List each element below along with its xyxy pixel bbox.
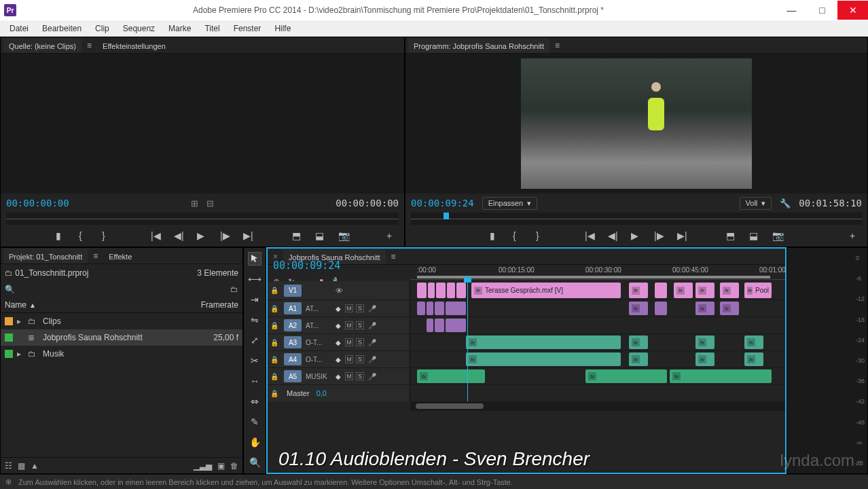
extract-icon[interactable]: ⬓ xyxy=(749,230,760,241)
close-button[interactable]: ✕ xyxy=(837,1,868,20)
go-to-out-icon[interactable]: ▶| xyxy=(243,230,254,241)
insert-clip-icon[interactable]: ⬒ xyxy=(292,230,303,241)
tab-program[interactable]: Programm: Jobprofis Sauna Rohschnitt xyxy=(408,38,549,53)
mute-button[interactable]: M xyxy=(345,304,353,312)
keyframe-icon[interactable]: ◆ xyxy=(336,322,341,329)
clip[interactable] xyxy=(436,283,446,298)
panel-menu-icon[interactable]: ≡ xyxy=(84,41,94,50)
step-back-icon[interactable]: ◀| xyxy=(608,230,619,241)
lock-icon[interactable]: 🔒 xyxy=(270,305,280,312)
source-monitor-viewport[interactable] xyxy=(1,54,404,194)
mute-button[interactable]: M xyxy=(345,338,353,346)
play-icon[interactable]: ▶ xyxy=(631,230,642,241)
go-to-in-icon[interactable]: |◀ xyxy=(585,230,596,241)
track-select-tool-icon[interactable]: ⟷ xyxy=(248,272,261,286)
clip[interactable]: fx xyxy=(629,302,648,315)
clip[interactable]: fx xyxy=(744,352,763,366)
track-label[interactable]: V1 xyxy=(284,285,302,297)
lock-icon[interactable]: 🔒 xyxy=(270,390,280,397)
project-row-musik[interactable]: ▸ 🗀 Musik xyxy=(1,346,242,362)
clip[interactable]: fx xyxy=(417,369,485,383)
add-button-icon[interactable]: + xyxy=(386,230,397,241)
timeline-zoom-scrollbar[interactable] xyxy=(410,401,785,411)
menu-fenster[interactable]: Fenster xyxy=(227,22,268,35)
lock-icon[interactable]: 🔒 xyxy=(270,356,280,363)
clip[interactable] xyxy=(428,283,435,298)
rate-stretch-tool-icon[interactable]: ⤢ xyxy=(248,333,261,347)
rolling-edit-tool-icon[interactable]: ⇋ xyxy=(248,313,261,327)
menu-clip[interactable]: Clip xyxy=(88,22,116,35)
freeform-view-icon[interactable]: ▲ xyxy=(31,461,39,471)
trash-icon[interactable]: 🗑 xyxy=(230,461,238,471)
solo-button[interactable]: S xyxy=(356,372,364,380)
export-frame-icon[interactable]: 📷 xyxy=(338,230,349,241)
fit-dropdown[interactable]: Einpassen▾ xyxy=(482,197,537,210)
zoom-tool-icon[interactable]: 🔍 xyxy=(248,456,261,469)
track-header-a2[interactable]: 🔒 A2 AT... ◆ MS 🎤 xyxy=(268,317,410,333)
keyframe-icon[interactable]: ◆ xyxy=(336,339,341,346)
mic-icon[interactable]: 🎤 xyxy=(368,305,376,312)
program-tc-current[interactable]: 00:00:09:24 xyxy=(411,198,474,209)
tab-source[interactable]: Quelle: (keine Clips) xyxy=(3,38,82,53)
icon-view-icon[interactable]: ▦ xyxy=(18,461,25,471)
clip[interactable] xyxy=(655,302,667,315)
mark-in-icon[interactable]: ▮ xyxy=(56,230,67,241)
panel-menu-icon[interactable]: ≡ xyxy=(90,251,101,261)
menu-marke[interactable]: Marke xyxy=(162,22,198,35)
mark-in-bracket-icon[interactable]: { xyxy=(79,230,90,241)
clip[interactable] xyxy=(435,302,444,315)
tab-effects[interactable]: Effekte xyxy=(103,249,137,264)
program-mini-timeline[interactable] xyxy=(411,213,862,225)
lock-icon[interactable]: 🔒 xyxy=(270,339,280,346)
project-row-clips[interactable]: ▸ 🗀 Clips xyxy=(1,313,242,329)
mark-in-bracket-icon[interactable]: { xyxy=(513,230,524,241)
timeline-tracks[interactable]: 🔒 V1 👁 fxTerasse Gespräch.mxf [V] fx xyxy=(268,281,785,401)
panel-menu-icon[interactable]: ≡ xyxy=(552,41,562,50)
selection-tool-icon[interactable] xyxy=(248,252,261,266)
scrollbar-thumb[interactable] xyxy=(416,403,484,409)
pen-tool-icon[interactable]: ✎ xyxy=(248,415,261,429)
clip[interactable]: fx xyxy=(720,302,739,315)
lift-icon[interactable]: ⬒ xyxy=(726,230,737,241)
clip[interactable] xyxy=(427,302,433,315)
clip[interactable] xyxy=(447,283,455,298)
mark-out-bracket-icon[interactable]: } xyxy=(102,230,113,241)
razor-tool-icon[interactable]: ✂ xyxy=(248,354,261,367)
zoom-slider-icon[interactable]: ▁▃▅ xyxy=(194,461,212,471)
master-volume[interactable]: 0,0 xyxy=(317,389,327,397)
menu-datei[interactable]: Datei xyxy=(3,22,35,35)
go-to-out-icon[interactable]: ▶| xyxy=(677,230,688,241)
source-tc-in[interactable]: 00:00:00:00 xyxy=(6,198,69,209)
step-back-icon[interactable]: ◀| xyxy=(174,230,185,241)
clip[interactable] xyxy=(446,302,466,315)
clip[interactable]: fx xyxy=(695,302,715,315)
clip[interactable]: fx xyxy=(466,352,621,366)
solo-button[interactable]: S xyxy=(356,338,364,346)
menu-titel[interactable]: Titel xyxy=(198,22,226,35)
lock-icon[interactable]: 🔒 xyxy=(270,287,280,294)
clip[interactable] xyxy=(446,319,466,332)
track-header-a4[interactable]: 🔒 A4 O-T... ◆ MS 🎤 xyxy=(268,351,410,367)
track-label[interactable]: A1 xyxy=(284,302,302,314)
clip[interactable]: fx xyxy=(466,336,621,349)
clip[interactable]: fx xyxy=(674,283,693,298)
hand-tool-icon[interactable]: ✋ xyxy=(248,435,261,449)
clip[interactable] xyxy=(456,283,466,298)
toggle-output-icon[interactable]: 👁 xyxy=(336,287,343,295)
clip[interactable]: fx xyxy=(629,283,648,298)
mute-button[interactable]: M xyxy=(345,372,353,380)
quality-dropdown[interactable]: Voll▾ xyxy=(740,197,772,210)
new-item-icon[interactable]: ▣ xyxy=(217,461,225,471)
track-header-v1[interactable]: 🔒 V1 👁 xyxy=(268,281,410,300)
mark-out-bracket-icon[interactable]: } xyxy=(536,230,547,241)
clip[interactable]: fx xyxy=(629,352,648,366)
search-icon[interactable]: 🔍 xyxy=(5,285,15,294)
clip[interactable] xyxy=(435,319,444,332)
clip[interactable] xyxy=(427,319,433,332)
clip[interactable]: fx xyxy=(585,369,667,383)
track-header-a1[interactable]: 🔒 A1 AT... ◆ MS 🎤 xyxy=(268,300,410,316)
clip[interactable] xyxy=(417,302,425,315)
step-forward-icon[interactable]: |▶ xyxy=(654,230,665,241)
mic-icon[interactable]: 🎤 xyxy=(368,373,376,380)
clip[interactable]: fx xyxy=(744,336,763,349)
